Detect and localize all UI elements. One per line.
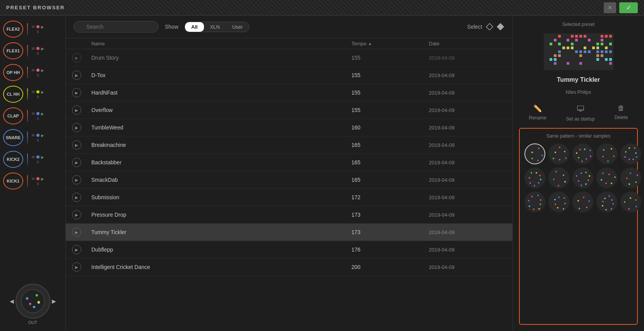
mini-pattern-4[interactable] [596, 143, 617, 164]
mini-pattern-dot [613, 155, 615, 157]
header-date: Date [429, 41, 506, 47]
table-row[interactable]: ▶ SmackDab 165 2019-04-09 [66, 171, 512, 189]
preset-row-name: Dubflepp [91, 247, 351, 253]
pattern-cell [562, 47, 565, 49]
mini-pattern-14[interactable] [596, 191, 617, 212]
mini-pattern-dot [611, 199, 613, 201]
tab-xln[interactable]: XLN [204, 22, 226, 32]
play-button[interactable]: ▶ [72, 175, 81, 184]
mini-pattern-8[interactable] [572, 167, 593, 188]
mini-pattern-dot [558, 197, 560, 198]
mini-pattern-11[interactable] [524, 191, 545, 212]
mini-pattern-dot [624, 156, 626, 158]
preset-name: Tummy Tickler [519, 76, 638, 83]
mini-pattern-dot [586, 207, 587, 208]
track-line-flex1 [27, 45, 28, 57]
play-button[interactable]: ▶ [72, 210, 81, 219]
pattern-cell [579, 35, 582, 38]
mini-pattern-9[interactable] [596, 167, 617, 188]
set-as-startup-button[interactable]: Set as startup [566, 104, 595, 122]
tab-all[interactable]: All [185, 22, 204, 32]
main-knob[interactable] [15, 284, 50, 319]
header-tempo[interactable]: Tempo ▲ [351, 41, 429, 47]
mini-pattern-dot [553, 158, 554, 159]
track-label-snare: SNARE [3, 129, 23, 146]
rename-button[interactable]: ✏️ Rename [529, 104, 546, 122]
svg-point-5 [33, 306, 35, 308]
pattern-cell [605, 58, 608, 61]
table-row[interactable]: ▶ Dubflepp 176 2019-04-09 [66, 241, 512, 259]
mini-pattern-5[interactable] [620, 143, 641, 164]
mini-pattern-dot [538, 208, 540, 210]
select-fill-icon[interactable] [496, 22, 505, 31]
table-row[interactable]: ▶ Intelligent Cricket Dance 200 2019-04-… [66, 259, 512, 276]
table-row[interactable]: ▶ Drum Story 155 2019-04-09 [66, 49, 512, 67]
mini-pattern-10[interactable] [620, 167, 641, 188]
mini-pattern-dot [630, 197, 631, 199]
pattern-cell [588, 50, 591, 53]
close-button[interactable]: × [604, 2, 616, 13]
mini-pattern-dot [563, 174, 564, 176]
pattern-cell [609, 35, 612, 38]
play-button[interactable]: ▶ [72, 123, 81, 132]
play-button[interactable]: ▶ [72, 105, 81, 115]
mini-pattern-2[interactable] [548, 143, 569, 164]
play-button[interactable]: ▶ [72, 140, 81, 150]
play-button[interactable]: ▶ [72, 88, 81, 97]
mini-pattern-dot [629, 147, 630, 149]
preset-row-name: Intelligent Cricket Dance [91, 264, 351, 270]
preset-table: ▶ Drum Story 155 2019-04-09 ▶ D-Tox 155 … [66, 49, 512, 331]
mini-pattern-15[interactable] [620, 191, 641, 212]
table-row[interactable]: ▶ Submission 172 2019-04-09 [66, 189, 512, 206]
play-button[interactable]: ▶ [72, 262, 81, 272]
mini-pattern-6[interactable] [524, 167, 545, 188]
play-button[interactable]: ▶ [72, 71, 81, 80]
track-sidebar: FLEX2 M ▶ S FLEX1 M ▶ S [0, 16, 66, 331]
preset-row-date: 2019-04-09 [429, 142, 506, 148]
select-diamond-icon[interactable] [485, 22, 494, 31]
table-row[interactable]: ▶ Tummy Tickler 173 2019-04-09 [66, 224, 512, 241]
mini-pattern-dot [529, 205, 530, 207]
delete-button[interactable]: 🗑 Delete [615, 104, 628, 122]
table-row[interactable]: ▶ Breakmachine 165 2019-04-09 [66, 136, 512, 154]
table-row[interactable]: ▶ Backstabber 165 2019-04-09 [66, 154, 512, 171]
table-row[interactable]: ▶ D-Tox 155 2019-04-09 [66, 67, 512, 84]
mini-pattern-dot [635, 199, 637, 201]
mini-pattern-13[interactable] [572, 191, 593, 212]
table-row[interactable]: ▶ TumbleWeed 160 2019-04-09 [66, 119, 512, 136]
nav-next[interactable]: ▶ [52, 298, 56, 304]
play-button[interactable]: ▶ [72, 53, 81, 62]
table-row[interactable]: ▶ Pressure Drop 173 2019-04-09 [66, 206, 512, 224]
play-button[interactable]: ▶ [72, 228, 81, 237]
mini-pattern-dot [637, 174, 638, 176]
table-row[interactable]: ▶ HardNFast 155 2019-04-09 [66, 84, 512, 102]
track-controls-clap: M ▶ S [32, 112, 44, 121]
search-input[interactable] [74, 21, 159, 33]
mini-pattern-7[interactable] [548, 167, 569, 188]
preset-row-date: 2019-04-09 [429, 90, 506, 96]
svg-point-2 [29, 303, 31, 305]
pattern-cell [596, 58, 599, 61]
nav-prev[interactable]: ◀ [10, 298, 14, 304]
preset-row-date: 2019-04-09 [429, 107, 506, 113]
mini-pattern-3[interactable] [572, 143, 593, 164]
delete-label: Delete [615, 115, 628, 120]
mini-pattern-dot [578, 157, 579, 159]
play-button[interactable]: ▶ [72, 245, 81, 254]
tab-user[interactable]: User [226, 22, 249, 32]
svg-rect-7 [497, 24, 504, 30]
pattern-cell [558, 54, 561, 57]
play-button[interactable]: ▶ [72, 193, 81, 202]
table-row[interactable]: ▶ Overflow 155 2019-04-09 [66, 102, 512, 119]
header-play [72, 41, 91, 47]
header-name: Name [91, 41, 351, 47]
mini-pattern-12[interactable] [548, 191, 569, 212]
track-line-kick2 [27, 153, 28, 165]
pattern-cell [571, 43, 574, 45]
play-button[interactable]: ▶ [72, 158, 81, 167]
track-controls-flex1: M ▶ S [32, 47, 44, 55]
mini-pattern-dot [554, 199, 556, 200]
confirm-button[interactable]: ✓ [619, 2, 638, 13]
mini-pattern-1[interactable] [524, 143, 545, 164]
mini-pattern-dot [540, 179, 541, 180]
